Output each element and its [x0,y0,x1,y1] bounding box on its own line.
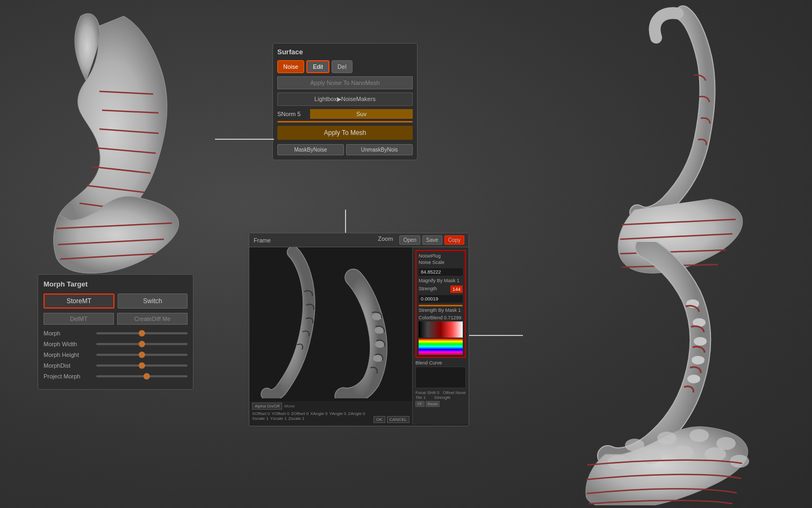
zoom-label: Zoom [378,235,393,245]
color-section: ColorBlend 0.71299 [419,315,463,355]
noise-scale-input[interactable] [419,268,463,276]
model-left [16,5,258,280]
horn-right-top-svg [549,5,807,280]
noiseplug-label: NoisePlug [419,253,463,259]
morph-slider-row: Morph [44,330,188,337]
model-right-bottom [538,242,807,505]
svg-point-20 [657,432,677,445]
svg-point-26 [705,447,726,461]
snorm-label: SNorm 5 [277,111,307,117]
model-right-top [549,5,807,280]
svg-point-16 [694,337,707,346]
strength-mask-row: Strength By Mask 1 [419,307,463,313]
apply-nano-label: Apply Noise To NanoMesh [277,76,413,89]
nm-copy-button[interactable]: Copy [444,235,464,245]
yoffset-label: YOffset 0 [271,411,289,416]
color-spectrum[interactable] [419,339,463,355]
surface-panel: Surface Noise Edit Del Apply Noise To Na… [272,43,418,160]
delmt-button[interactable]: DelMT [44,313,114,325]
morph-slider[interactable] [96,332,188,334]
snorm-row: SNorm 5 Suv [277,109,413,119]
morphdist-slider[interactable] [96,364,188,367]
mask-buttons-row: MaskByNoise UnmaskByNois [277,144,413,155]
ff-controls: FF Reset [415,401,466,407]
surface-panel-title: Surface [277,48,413,56]
strength-mask-label: Strength By Mask 1 [419,307,463,313]
noisemaker-canvas-svg [249,247,412,398]
strength-label: Strength [419,286,437,291]
snorm-value[interactable]: Suv [310,109,413,119]
morphwidth-slider[interactable] [96,343,188,345]
apply-to-mesh-button[interactable]: Apply To Mesh [277,126,413,140]
zoffset-label: ZOffset 0 [291,411,308,416]
connector-horizontal-right [469,335,523,336]
creatediff-button[interactable]: CreateDiff Me [117,313,188,325]
svg-point-18 [687,375,700,383]
yangle-label: YAngle 0 [329,411,347,416]
maskbynoise-button[interactable]: MaskByNoise [277,144,344,155]
strength-input[interactable] [419,295,463,303]
offset-controls: XOffset 0 YOffset 0 ZOffset 0 XAngle 0 Y… [252,411,409,416]
noisemaker-sidebar: NoisePlug Noise Scale Magnify By Mask 1 … [412,247,469,425]
ok-button[interactable]: OK [373,416,385,423]
strength-highlight: 144 [450,285,463,293]
noisemaker-controls: Zoom Open Save Copy [378,235,464,245]
zangle-label: ZAngle 0 [348,411,365,416]
svg-point-24 [640,450,662,464]
projectmorph-slider[interactable] [96,375,188,377]
xscale-label: Xscale 1 [252,416,269,423]
morphheight-slider-row: Morph Height [44,352,188,358]
projectmorph-label: Project Morph [44,373,92,380]
blend-curve-area[interactable] [415,367,466,388]
focal-shift-label: Focal Shift 0 Offset None [415,390,466,395]
morph-panel: Morph Target StoreMT Switch DelMT Create… [38,274,193,390]
edit-button[interactable]: Edit [306,60,329,73]
connector-horizontal-left [215,139,274,140]
svg-point-25 [672,446,694,460]
morph-row2: DelMT CreateDiff Me [44,313,188,325]
svg-point-17 [692,356,705,364]
morphdist-label: MorphDist [44,362,92,369]
ff-button[interactable]: FF [415,401,425,407]
reset-button[interactable]: Reset [426,401,440,407]
color-gradient[interactable] [419,321,463,338]
alpha-controls: Alpha On/Off Move [252,403,409,410]
noiseplug-section: NoisePlug Noise Scale Magnify By Mask 1 … [415,250,466,358]
morph-top-row: StoreMT Switch [44,294,188,309]
yscale-label: Yscale 1 [270,416,287,423]
morphheight-slider[interactable] [96,354,188,356]
xoffset-label: XOffset 0 [252,411,270,416]
switch-button[interactable]: Switch [118,294,188,309]
surface-buttons-row: Noise Edit Del [277,60,413,73]
svg-point-21 [689,429,709,442]
noise-scale-label: Noise Scale [419,260,463,265]
noisemaker-canvas[interactable]: Alpha On/Off Move XOffset 0 YOffset 0 ZO… [249,247,412,425]
strength-slider[interactable] [419,305,463,306]
horn-left-svg [16,5,258,280]
colorblend-label: ColorBlend 0.71299 [419,315,463,320]
morphwidth-label: Morph Width [44,341,92,347]
strength-row: Strength 144 [419,285,463,303]
tile-label: Tile 1 Strength [415,395,466,400]
nm-save-button[interactable]: Save [422,235,442,245]
lightbox-button[interactable]: Lightbox▶NoiseMakers [277,92,413,106]
magnify-row: Magnify By Mask 1 [419,278,463,283]
projectmorph-slider-row: Project Morph [44,373,188,380]
noise-scale-row: Noise Scale [419,260,463,276]
alpha-onoff-button[interactable]: Alpha On/Off [252,403,282,410]
unmaskbynoise-button[interactable]: UnmaskByNois [346,144,413,155]
svg-point-27 [730,455,749,468]
morphdist-slider-row: MorphDist [44,362,188,369]
horn-right-bottom-svg [538,242,807,505]
noisemaker-panel: Frame Zoom Open Save Copy [249,233,469,426]
noise-button[interactable]: Noise [277,60,304,73]
nm-open-button[interactable]: Open [399,235,420,245]
zscale-label: Zscale 1 [288,416,304,423]
cancel-button[interactable]: CANCEL [387,416,409,423]
del-button[interactable]: Del [332,60,353,73]
morph-panel-title: Morph Target [44,280,188,288]
frame-label: Frame [254,237,271,244]
magnify-label: Magnify By Mask 1 [419,278,463,283]
storemt-button[interactable]: StoreMT [44,294,114,309]
morphheight-label: Morph Height [44,352,92,358]
